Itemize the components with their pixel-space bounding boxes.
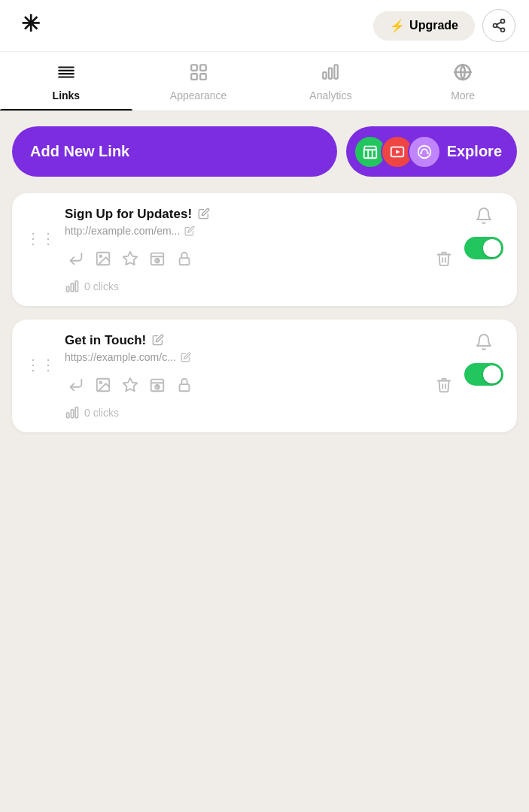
share-button[interactable] <box>482 9 515 42</box>
schedule-button[interactable] <box>146 374 169 396</box>
svg-rect-46 <box>75 408 78 418</box>
svg-rect-16 <box>335 65 338 78</box>
link-card: ⋮⋮ Get in Touch! https://example.com/c..… <box>12 320 517 432</box>
star-button[interactable] <box>119 247 141 270</box>
redirect-button[interactable] <box>65 247 87 270</box>
svg-rect-31 <box>180 258 190 265</box>
link-toggle[interactable] <box>464 363 503 386</box>
links-icon <box>56 62 76 85</box>
url-edit-icon[interactable] <box>181 352 191 362</box>
svg-rect-13 <box>200 74 206 80</box>
card-right <box>464 333 503 386</box>
upgrade-label: Upgrade <box>409 19 458 32</box>
clicks-label: 0 clicks <box>84 280 119 292</box>
title-edit-icon[interactable] <box>198 208 210 222</box>
svg-marker-37 <box>123 378 137 391</box>
add-new-link-button[interactable]: Add New Link <box>12 126 337 177</box>
clicks-count: 0 clicks <box>65 405 455 420</box>
redirect-button[interactable] <box>65 374 87 396</box>
delete-button[interactable] <box>433 247 455 270</box>
card-right <box>464 207 503 259</box>
tab-appearance-label: Appearance <box>170 89 227 102</box>
svg-rect-32 <box>67 286 69 292</box>
action-row: Add New Link <box>12 126 517 177</box>
link-url: http://example.com/em... <box>65 225 455 237</box>
svg-text:✳: ✳ <box>21 11 40 36</box>
toggle-knob <box>483 239 501 257</box>
clicks-count: 0 clicks <box>65 279 455 294</box>
notification-bell-icon[interactable] <box>475 207 493 229</box>
drag-handle[interactable]: ⋮⋮ <box>26 229 56 247</box>
svg-marker-25 <box>123 252 137 265</box>
svg-rect-11 <box>200 65 206 71</box>
explore-icons <box>354 135 441 168</box>
analytics-icon <box>321 62 340 85</box>
link-title: Get in Touch! <box>65 333 146 348</box>
nav-tabs: Links Appearance Analytics More <box>0 52 529 111</box>
card-actions <box>65 247 455 270</box>
link-title: Sign Up for Updates! <box>65 207 192 222</box>
svg-rect-34 <box>75 281 78 292</box>
svg-marker-20 <box>396 150 400 154</box>
upgrade-button[interactable]: ⚡ Upgrade <box>373 11 475 41</box>
tab-more[interactable]: More <box>397 52 529 111</box>
main-content: Add New Link <box>0 111 529 461</box>
lock-button[interactable] <box>173 374 196 396</box>
thumbnail-button[interactable] <box>92 247 114 270</box>
svg-point-36 <box>99 381 102 383</box>
svg-point-22 <box>427 152 429 154</box>
svg-rect-33 <box>71 283 73 292</box>
svg-rect-43 <box>180 384 190 391</box>
toggle-knob <box>483 365 501 383</box>
more-icon <box>453 62 473 85</box>
header: ✳ ⚡ Upgrade <box>0 0 529 52</box>
clicks-label: 0 clicks <box>84 407 119 419</box>
link-card: ⋮⋮ Sign Up for Updates! http://example.c… <box>12 193 517 306</box>
bolt-icon: ⚡ <box>390 19 405 33</box>
tab-links[interactable]: Links <box>0 52 132 111</box>
delete-button[interactable] <box>433 374 455 396</box>
card-content: Get in Touch! https://example.com/c... <box>65 333 455 420</box>
drag-handle[interactable]: ⋮⋮ <box>26 356 56 374</box>
explore-button[interactable]: Explore <box>346 126 517 177</box>
svg-rect-45 <box>71 410 73 418</box>
add-new-link-label: Add New Link <box>30 143 129 159</box>
title-edit-icon[interactable] <box>152 334 164 348</box>
tab-more-label: More <box>451 89 475 102</box>
thumbnail-button[interactable] <box>92 374 114 396</box>
card-content: Sign Up for Updates! http://example.com/… <box>65 207 455 294</box>
logo: ✳ <box>14 9 47 42</box>
svg-rect-44 <box>67 413 69 418</box>
schedule-button[interactable] <box>146 247 169 270</box>
svg-point-24 <box>99 255 102 257</box>
star-button[interactable] <box>119 374 141 396</box>
tab-analytics-label: Analytics <box>309 89 351 102</box>
svg-point-21 <box>420 152 422 154</box>
svg-line-5 <box>497 22 501 24</box>
card-title-row: Get in Touch! <box>65 333 455 348</box>
tab-appearance[interactable]: Appearance <box>132 52 265 111</box>
url-edit-icon[interactable] <box>184 226 195 236</box>
card-title-row: Sign Up for Updates! <box>65 207 455 222</box>
link-toggle[interactable] <box>464 237 503 259</box>
card-actions <box>65 374 455 396</box>
link-url: https://example.com/c... <box>65 351 455 363</box>
lock-button[interactable] <box>173 247 196 270</box>
svg-rect-14 <box>324 72 327 79</box>
share-icon <box>491 18 506 33</box>
notification-bell-icon[interactable] <box>475 333 493 356</box>
svg-rect-10 <box>191 65 197 71</box>
appearance-icon <box>189 62 208 85</box>
clicks-icon <box>65 279 80 294</box>
clicks-icon <box>65 405 80 420</box>
explore-icon-audio <box>408 135 441 168</box>
svg-rect-12 <box>191 74 197 80</box>
explore-label: Explore <box>447 143 502 160</box>
tab-links-label: Links <box>53 89 81 102</box>
svg-rect-15 <box>329 68 332 79</box>
svg-line-4 <box>497 26 501 29</box>
header-right: ⚡ Upgrade <box>373 9 515 42</box>
tab-analytics[interactable]: Analytics <box>265 52 397 111</box>
